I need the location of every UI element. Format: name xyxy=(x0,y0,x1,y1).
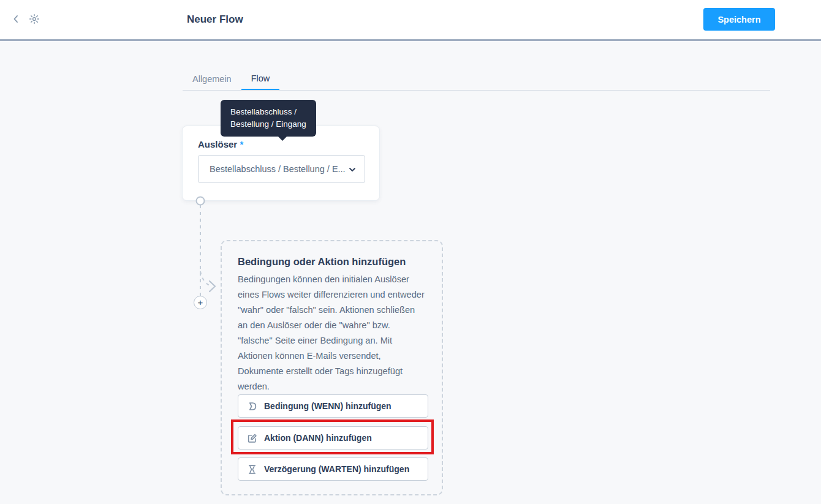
tab-bar: Allgemein Flow xyxy=(183,69,770,91)
trigger-tooltip: Bestellabschluss / Bestellung / Eingang xyxy=(221,100,316,137)
add-delay-label: Verzögerung (WARTEN) hinzufügen xyxy=(264,464,409,474)
chevron-down-icon xyxy=(348,165,357,176)
tooltip-line-1: Bestellabschluss / xyxy=(230,106,306,118)
add-action-button[interactable]: Aktion (DANN) hinzufügen xyxy=(238,426,428,449)
panel-description: Bedingungen können den initialen Auslöse… xyxy=(238,272,426,394)
tooltip-line-2: Bestellung / Eingang xyxy=(230,118,306,130)
add-delay-button[interactable]: Verzögerung (WARTEN) hinzufügen xyxy=(238,457,428,481)
add-node-plus-button[interactable]: + xyxy=(194,296,207,309)
add-action-label: Aktion (DANN) hinzufügen xyxy=(264,433,372,443)
hourglass-icon xyxy=(247,464,257,475)
condition-icon xyxy=(247,401,257,412)
add-condition-label: Bedingung (WENN) hinzufügen xyxy=(264,401,392,411)
chevron-left-icon xyxy=(11,14,21,26)
trigger-label-text: Auslöser xyxy=(198,139,237,149)
save-button[interactable]: Speichern xyxy=(703,8,775,31)
trigger-select[interactable]: Bestellabschluss / Bestellung / E... xyxy=(198,155,365,183)
tab-allgemein[interactable]: Allgemein xyxy=(183,69,241,90)
tab-flow[interactable]: Flow xyxy=(241,69,280,90)
gear-icon xyxy=(29,13,40,26)
back-button[interactable] xyxy=(9,13,23,26)
top-bar: Neuer Flow Speichern xyxy=(0,0,821,41)
page-title: Neuer Flow xyxy=(187,13,243,26)
required-asterisk: * xyxy=(240,139,243,149)
trigger-select-value: Bestellabschluss / Bestellung / E... xyxy=(210,164,346,174)
add-condition-button[interactable]: Bedingung (WENN) hinzufügen xyxy=(238,394,428,418)
add-condition-action-panel: Bedingung oder Aktion hinzufügen Bedingu… xyxy=(221,240,443,495)
action-edit-icon xyxy=(247,433,257,443)
panel-title: Bedingung oder Aktion hinzufügen xyxy=(238,256,406,268)
trigger-label: Auslöser * xyxy=(198,139,243,149)
settings-button[interactable] xyxy=(28,13,41,26)
